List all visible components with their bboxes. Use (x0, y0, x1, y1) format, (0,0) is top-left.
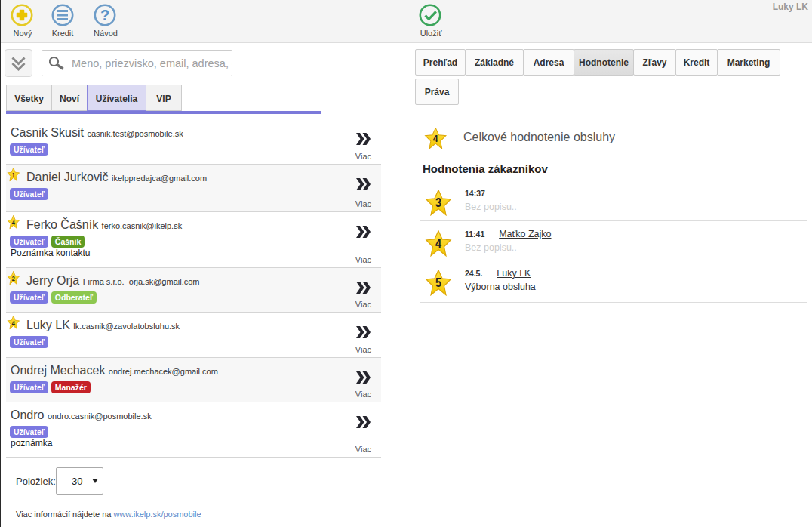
svg-text:4: 4 (12, 219, 16, 227)
svg-text:4: 4 (433, 134, 438, 145)
svg-text:2: 2 (12, 275, 16, 282)
svg-text:1: 1 (12, 171, 16, 179)
svg-text:3: 3 (435, 196, 441, 210)
svg-text:4: 4 (435, 237, 442, 251)
svg-text:5: 5 (435, 276, 441, 290)
svg-text:4: 4 (12, 319, 16, 327)
svg-text:?: ? (100, 7, 109, 23)
